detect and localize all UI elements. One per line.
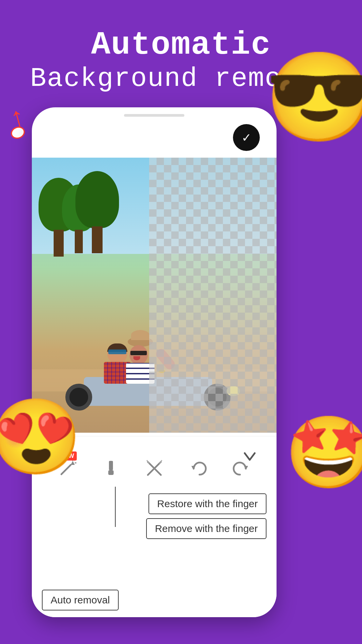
svg-rect-8 [108,470,114,475]
cool-emoji-decoration: 😎 [265,60,362,168]
restore-tooltip: Restore with the finger [148,493,266,514]
undo-icon [189,459,207,478]
brush-icon [102,459,120,478]
svg-rect-7 [109,461,113,470]
auto-removal-label: Auto removal [42,590,119,610]
check-button[interactable]: ✓ [233,124,260,151]
undo-button[interactable] [186,457,209,480]
image-area [32,158,277,433]
brush-tool-button[interactable] [99,457,122,480]
moto-scene [32,158,277,433]
svg-marker-14 [244,466,248,470]
erase-tool-button[interactable] [142,457,166,480]
check-icon: ✓ [242,129,250,146]
love-emoji-decoration: 😍 [0,406,84,500]
star-emoji-decoration: 🤩 [285,423,362,510]
redo-button[interactable] [230,457,253,480]
scissors-icon [145,459,164,478]
svg-marker-13 [191,466,195,470]
redo-icon [232,459,251,478]
remove-tooltip: Remove with the finger [146,518,266,539]
checker-overlay [149,158,277,433]
phone-notch [124,114,184,117]
phone-mockup: ✓ [32,107,277,617]
